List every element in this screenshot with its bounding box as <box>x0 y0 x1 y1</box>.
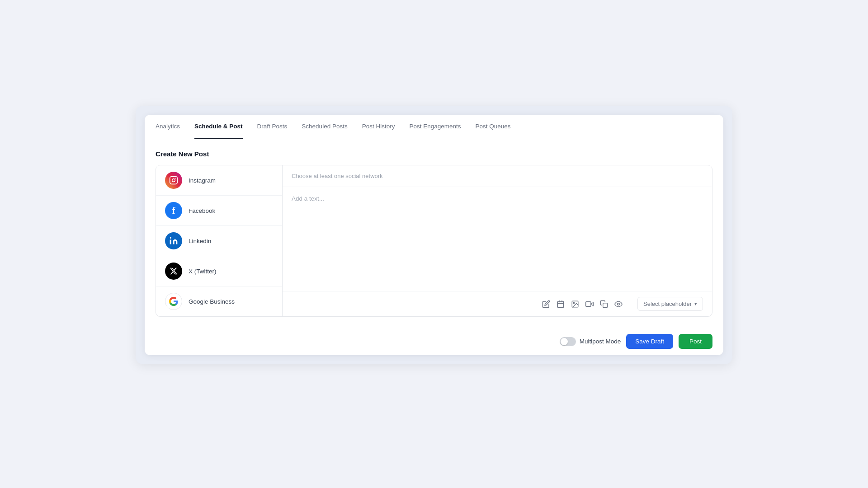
svg-rect-3 <box>170 240 171 244</box>
image-icon[interactable] <box>571 300 579 308</box>
text-area[interactable]: Add a text... <box>283 187 712 291</box>
svg-point-14 <box>618 303 620 305</box>
placeholder-select-label: Select placeholder <box>643 300 692 307</box>
tab-post-engagements[interactable]: Post Engagements <box>409 115 461 139</box>
toolbar-divider <box>630 300 630 309</box>
chevron-down-icon: ▾ <box>694 301 697 307</box>
avatar-instagram <box>165 172 182 189</box>
tab-analytics[interactable]: Analytics <box>156 115 180 139</box>
social-name-linkedin: Linkedin <box>189 238 211 244</box>
social-network-hint: Choose at least one social network <box>283 165 712 187</box>
tab-draft-posts[interactable]: Draft Posts <box>257 115 288 139</box>
tab-scheduled-posts[interactable]: Scheduled Posts <box>302 115 347 139</box>
social-name-twitter: X (Twitter) <box>189 268 217 275</box>
social-name-google: Google Business <box>189 298 235 305</box>
toolbar-icons <box>542 300 623 308</box>
social-item-facebook[interactable]: f Facebook <box>156 196 282 226</box>
social-sidebar: Instagram f Facebook <box>156 165 283 316</box>
tab-schedule-post[interactable]: Schedule & Post <box>194 115 243 139</box>
preview-icon[interactable] <box>614 300 623 308</box>
post-button[interactable]: Post <box>679 334 712 349</box>
link-icon[interactable] <box>600 300 608 308</box>
facebook-icon: f <box>172 206 175 216</box>
multipost-toggle: Multipost Mode <box>560 337 621 346</box>
save-draft-button[interactable]: Save Draft <box>626 334 673 349</box>
tab-post-queues[interactable]: Post Queues <box>476 115 511 139</box>
avatar-facebook: f <box>165 202 182 219</box>
content-area: Create New Post Instagram <box>145 139 723 328</box>
outer-wrapper: Analytics Schedule & Post Draft Posts Sc… <box>136 106 732 364</box>
multipost-label: Multipost Mode <box>580 338 621 345</box>
placeholder-select[interactable]: Select placeholder ▾ <box>637 297 703 311</box>
edit-icon[interactable] <box>542 300 550 308</box>
social-name-facebook: Facebook <box>189 207 215 214</box>
svg-marker-11 <box>591 302 593 306</box>
tab-post-history[interactable]: Post History <box>362 115 395 139</box>
social-item-linkedin[interactable]: Linkedin <box>156 226 282 256</box>
avatar-linkedin <box>165 232 182 249</box>
post-editor: Choose at least one social network Add a… <box>283 165 712 316</box>
svg-point-10 <box>573 302 574 303</box>
nav-tabs: Analytics Schedule & Post Draft Posts Sc… <box>145 115 723 139</box>
main-card: Analytics Schedule & Post Draft Posts Sc… <box>145 115 723 355</box>
editor-toolbar: Select placeholder ▾ <box>283 291 712 316</box>
svg-rect-5 <box>557 301 564 308</box>
svg-point-1 <box>172 179 175 182</box>
avatar-twitter <box>165 263 182 280</box>
social-item-twitter[interactable]: X (Twitter) <box>156 256 282 286</box>
social-item-google[interactable]: Google Business <box>156 286 282 316</box>
multipost-toggle-switch[interactable] <box>560 337 576 346</box>
calendar-icon[interactable] <box>557 300 565 308</box>
social-name-instagram: Instagram <box>189 177 216 184</box>
text-placeholder: Add a text... <box>292 195 324 202</box>
avatar-google <box>165 293 182 310</box>
svg-point-4 <box>170 237 171 239</box>
toggle-knob <box>561 338 568 345</box>
social-item-instagram[interactable]: Instagram <box>156 165 282 196</box>
svg-rect-0 <box>170 177 178 184</box>
create-post-layout: Instagram f Facebook <box>156 165 712 317</box>
svg-rect-12 <box>586 301 591 306</box>
svg-point-2 <box>175 178 176 179</box>
video-icon[interactable] <box>585 300 594 308</box>
svg-rect-13 <box>603 303 608 307</box>
bottom-actions: Multipost Mode Save Draft Post <box>145 328 723 355</box>
section-title: Create New Post <box>156 150 712 158</box>
